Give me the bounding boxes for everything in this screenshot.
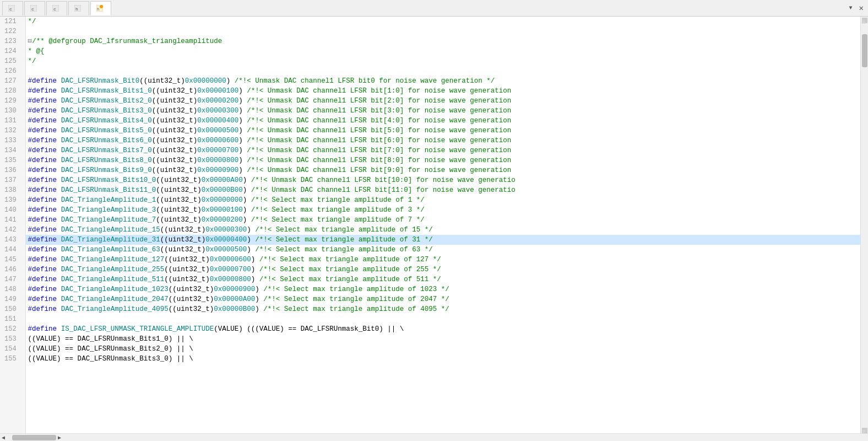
tab-dac-c[interactable]: c <box>46 1 67 15</box>
code-line-153: ((VALUE) == DAC_LFSRUnmask_Bits1_0) || \ <box>26 334 860 344</box>
line-number-147: 147 <box>4 275 21 284</box>
tab-stm32-dac-h[interactable]: h <box>90 1 111 15</box>
code-line-144: #define DAC_TriangleAmplitude_63((uint32… <box>26 245 860 255</box>
collapse-marker[interactable]: ⊟ <box>28 37 32 45</box>
line-number-139: 139 <box>4 195 21 205</box>
line-number-140: 140 <box>4 205 21 215</box>
code-lines-container: */ ⊟/** @defgroup DAC_lfsrunmask_triangl… <box>26 17 860 433</box>
line-number-141: 141 <box>4 215 21 225</box>
svg-text:c: c <box>31 7 34 12</box>
line-number-130: 130 <box>4 106 21 116</box>
c-file-icon-3: c <box>52 5 59 12</box>
code-line-145: #define DAC_TriangleAmplitude_127((uint3… <box>26 255 860 265</box>
scrollbar-thumb-h[interactable] <box>12 435 56 440</box>
tab-dropdown-button[interactable]: ▼ <box>847 4 855 12</box>
line-number-127: 127 <box>4 76 21 86</box>
scrollbar-right-arrow[interactable]: ▶ <box>56 434 63 441</box>
line-number-142: 142 <box>4 225 21 235</box>
line-number-124: 124 <box>4 46 21 56</box>
editor-window: c c c h <box>0 0 868 441</box>
code-line-155: ((VALUE) == DAC_LFSRUnmask_Bits3_0) || \ <box>26 354 860 364</box>
line-number-149: 149 <box>4 294 21 304</box>
line-number-128: 128 <box>4 86 21 96</box>
code-scroll-area[interactable]: 1211221231241251261271281291301311321331… <box>0 17 860 433</box>
line-number-121: 121 <box>4 17 21 26</box>
line-number-148: 148 <box>4 284 21 294</box>
line-number-150: 150 <box>4 304 21 314</box>
code-line-151 <box>26 314 860 324</box>
line-number-134: 134 <box>4 146 21 155</box>
code-line-132: #define DAC_LFSRUnmask_Bits5_0((uint32_t… <box>26 126 860 136</box>
c-file-icon: c <box>8 5 15 12</box>
code-line-133: #define DAC_LFSRUnmask_Bits6_0((uint32_t… <box>26 136 860 146</box>
code-line-130: #define DAC_LFSRUnmask_Bits3_0((uint32_t… <box>26 106 860 116</box>
tab-bar: c c c h <box>0 0 868 17</box>
line-number-146: 146 <box>4 265 21 275</box>
svg-text:h: h <box>97 7 99 12</box>
code-editor-area: 1211221231241251261271281291301311321331… <box>0 17 868 441</box>
code-line-134: #define DAC_LFSRUnmask_Bits7_0((uint32_t… <box>26 146 860 155</box>
svg-point-9 <box>100 5 103 8</box>
h-file-icon: h <box>74 5 81 12</box>
svg-text:h: h <box>75 7 78 12</box>
code-line-143: #define DAC_TriangleAmplitude_31((uint32… <box>26 235 860 245</box>
code-line-139: #define DAC_TriangleAmplitude_1((uint32_… <box>26 195 860 205</box>
code-line-124: * @{ <box>26 46 860 56</box>
tab-close-area: ▼ ✕ <box>847 2 866 14</box>
tab-usart-c[interactable]: c <box>24 1 45 15</box>
horizontal-scrollbar[interactable]: ◀ ▶ <box>0 433 868 441</box>
line-number-138: 138 <box>4 185 21 195</box>
code-line-147: #define DAC_TriangleAmplitude_511((uint3… <box>26 275 860 284</box>
line-number-126: 126 <box>4 66 21 76</box>
code-line-148: #define DAC_TriangleAmplitude_1023((uint… <box>26 284 860 294</box>
code-line-146: #define DAC_TriangleAmplitude_255((uint3… <box>26 265 860 275</box>
code-line-150: #define DAC_TriangleAmplitude_4095((uint… <box>26 304 860 314</box>
line-number-152: 152 <box>4 324 21 334</box>
line-number-145: 145 <box>4 255 21 265</box>
code-line-149: #define DAC_TriangleAmplitude_2047((uint… <box>26 294 860 304</box>
code-line-128: #define DAC_LFSRUnmask_Bits1_0((uint32_t… <box>26 86 860 96</box>
code-line-123: ⊟/** @defgroup DAC_lfsrunmask_triangleam… <box>26 36 860 46</box>
svg-text:c: c <box>9 7 12 12</box>
scrollbar-up-arrow[interactable]: ▲ <box>862 18 867 23</box>
code-line-126 <box>26 66 860 76</box>
code-line-137: #define DAC_LFSRUnmask_Bits10_0((uint32_… <box>26 175 860 185</box>
tab-main-c[interactable]: c <box>2 1 23 15</box>
line-number-153: 153 <box>4 334 21 344</box>
line-number-133: 133 <box>4 136 21 146</box>
line-number-123: 123 <box>4 36 21 46</box>
scrollbar-thumb-v[interactable] <box>862 34 867 67</box>
line-numbers-gutter: 1211221231241251261271281291301311321331… <box>0 17 26 433</box>
code-line-135: #define DAC_LFSRUnmask_Bits8_0((uint32_t… <box>26 155 860 165</box>
code-line-129: #define DAC_LFSRUnmask_Bits2_0((uint32_t… <box>26 96 860 106</box>
tab-close-button[interactable]: ✕ <box>857 2 866 14</box>
tab-dac-h[interactable]: h <box>68 1 89 15</box>
code-line-141: #define DAC_TriangleAmplitude_7((uint32_… <box>26 215 860 225</box>
line-number-129: 129 <box>4 96 21 106</box>
code-line-121: */ <box>26 17 860 26</box>
scrollbar-down-arrow[interactable]: ▼ <box>862 428 867 433</box>
line-number-122: 122 <box>4 26 21 36</box>
code-line-125: */ <box>26 56 860 66</box>
line-number-143: 143 <box>4 235 21 245</box>
code-line-138: #define DAC_LFSRUnmask_Bits11_0((uint32_… <box>26 185 860 195</box>
line-number-144: 144 <box>4 245 21 255</box>
line-number-131: 131 <box>4 116 21 126</box>
code-line-152: #define IS_DAC_LFSR_UNMASK_TRIANGLE_AMPL… <box>26 324 860 334</box>
line-number-136: 136 <box>4 165 21 175</box>
line-number-137: 137 <box>4 175 21 185</box>
line-number-154: 154 <box>4 344 21 354</box>
vertical-scrollbar[interactable]: ▲ ▼ <box>860 17 868 433</box>
scrollbar-left-arrow[interactable]: ◀ <box>0 434 7 441</box>
code-line-154: ((VALUE) == DAC_LFSRUnmask_Bits2_0) || \ <box>26 344 860 354</box>
c-file-icon-2: c <box>30 5 37 12</box>
code-line-122 <box>26 26 860 36</box>
line-number-151: 151 <box>4 314 21 324</box>
code-line-127: #define DAC_LFSRUnmask_Bit0((uint32_t)0x… <box>26 76 860 86</box>
h-modified-file-icon: h <box>96 5 103 12</box>
line-number-125: 125 <box>4 56 21 66</box>
code-line-140: #define DAC_TriangleAmplitude_3((uint32_… <box>26 205 860 215</box>
code-line-136: #define DAC_LFSRUnmask_Bits9_0((uint32_t… <box>26 165 860 175</box>
line-number-155: 155 <box>4 354 21 364</box>
code-line-142: #define DAC_TriangleAmplitude_15((uint32… <box>26 225 860 235</box>
